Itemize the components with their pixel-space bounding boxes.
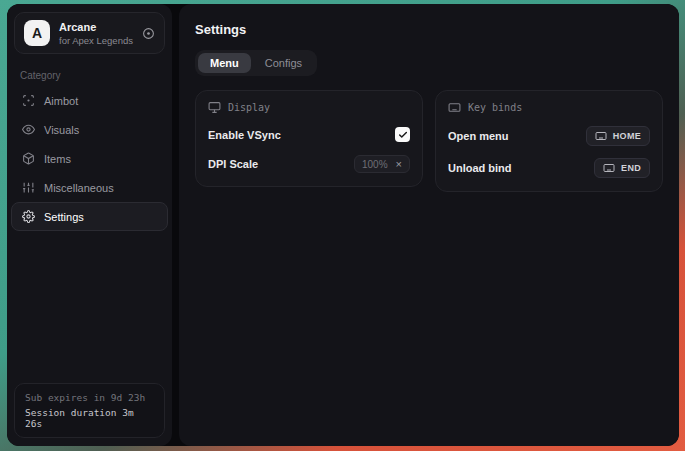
cheat-overlay-window: A Arcane for Apex Legends Category: [7, 4, 679, 446]
setting-label: Open menu: [448, 130, 509, 142]
target-icon[interactable]: [142, 27, 155, 40]
setting-row-open-menu: Open menu HOME: [448, 126, 650, 146]
sidebar-item-miscellaneous[interactable]: Miscellaneous: [11, 173, 168, 202]
display-card: Display Enable VSync DPI Scale: [195, 90, 423, 187]
sub-expiry-text: Sub expires in 9d 23h: [25, 392, 154, 403]
open-menu-keybind-button[interactable]: HOME: [586, 126, 650, 146]
tab-menu[interactable]: Menu: [198, 53, 251, 73]
card-title: Display: [228, 102, 270, 113]
sidebar: A Arcane for Apex Legends Category: [7, 4, 172, 446]
dpi-scale-value: 100%: [362, 159, 388, 170]
tab-configs[interactable]: Configs: [253, 53, 314, 73]
keybinds-card-header: Key binds: [448, 101, 650, 114]
sidebar-item-items[interactable]: Items: [11, 144, 168, 173]
display-card-header: Display: [208, 101, 410, 114]
setting-row-unload-bind: Unload bind END: [448, 158, 650, 178]
sidebar-item-label: Aimbot: [44, 95, 78, 107]
main-panel: Settings Menu Configs Display: [179, 4, 679, 446]
setting-row-dpi-scale: DPI Scale 100% ×: [208, 155, 410, 173]
game-background: A Arcane for Apex Legends Category: [0, 0, 685, 451]
sidebar-item-settings[interactable]: Settings: [11, 202, 168, 231]
session-duration-text: Session duration 3m 26s: [25, 407, 154, 429]
page-title: Settings: [195, 22, 663, 37]
tab-bar: Menu Configs: [195, 50, 317, 76]
brand-name: Arcane: [59, 21, 133, 33]
category-label: Category: [20, 70, 172, 81]
sidebar-item-label: Items: [44, 153, 71, 165]
sidebar-item-visuals[interactable]: Visuals: [11, 115, 168, 144]
setting-label: DPI Scale: [208, 158, 258, 170]
sliders-icon: [22, 181, 35, 194]
subscription-info: Sub expires in 9d 23h Session duration 3…: [14, 383, 165, 438]
sidebar-item-label: Miscellaneous: [44, 182, 114, 194]
sidebar-nav: Aimbot Visuals: [11, 86, 168, 231]
unload-keybind-button[interactable]: END: [594, 158, 650, 178]
keyboard-icon: [448, 101, 461, 114]
keyboard-icon: [603, 162, 615, 174]
dpi-scale-input[interactable]: 100% ×: [354, 155, 410, 173]
eye-icon: [22, 123, 35, 136]
keyboard-icon: [595, 130, 607, 142]
monitor-icon: [208, 101, 221, 114]
card-title: Key binds: [468, 102, 522, 113]
setting-label: Unload bind: [448, 162, 512, 174]
setting-label: Enable VSync: [208, 129, 281, 141]
brand-header: A Arcane for Apex Legends: [14, 12, 165, 54]
clear-icon[interactable]: ×: [396, 159, 402, 170]
brand-text: Arcane for Apex Legends: [59, 21, 133, 46]
package-icon: [22, 152, 35, 165]
brand-subtitle: for Apex Legends: [59, 35, 133, 46]
gear-icon: [22, 210, 35, 223]
keybinds-card: Key binds Open menu HOME: [435, 90, 663, 192]
sidebar-item-aimbot[interactable]: Aimbot: [11, 86, 168, 115]
setting-row-vsync: Enable VSync: [208, 126, 410, 143]
vsync-checkbox[interactable]: [395, 127, 410, 142]
sidebar-item-label: Settings: [44, 211, 84, 223]
keybind-value: HOME: [613, 131, 641, 141]
keybind-value: END: [621, 163, 641, 173]
brand-logo: A: [24, 20, 50, 46]
settings-cards: Display Enable VSync DPI Scale: [195, 90, 663, 192]
crosshair-icon: [22, 94, 35, 107]
check-icon: [398, 130, 408, 140]
sidebar-item-label: Visuals: [44, 124, 79, 136]
